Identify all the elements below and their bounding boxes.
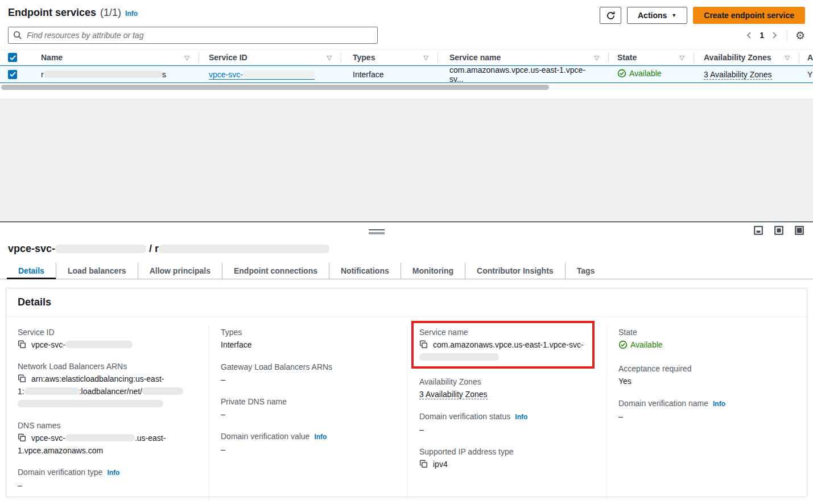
empty-background [0, 98, 813, 221]
row-checkbox[interactable] [8, 70, 17, 79]
field-domain-verification-status: Domain verification statusInfo – [419, 410, 597, 436]
availability-zones-popover[interactable]: 3 Availability Zones [419, 390, 488, 399]
create-endpoint-service-button[interactable]: Create endpoint service [693, 7, 805, 24]
info-link[interactable]: Info [314, 433, 327, 441]
tab-details[interactable]: Details [7, 263, 56, 279]
cell-service-name: com.amazonaws.vpce.us-east-1.vpce-sv... [438, 65, 609, 84]
tab-monitoring[interactable]: Monitoring [401, 263, 465, 279]
tab-allow-principals[interactable]: Allow principals [138, 263, 222, 279]
details-col-2: Types Interface Gateway Load Balancers A… [209, 326, 408, 501]
redacted-text [243, 71, 315, 78]
table-row[interactable]: rs vpce-svc- Interface com.amazonaws.vpc… [0, 65, 813, 83]
actions-button[interactable]: Actions ▼ [627, 7, 687, 24]
redacted-text [18, 400, 163, 407]
filter-icon[interactable]: ▽ [595, 54, 599, 61]
cell-name: rs [28, 70, 199, 79]
top-bar: Endpoint services (1/1) Info Actions ▼ C… [0, 0, 813, 24]
cell-types: Interface [341, 70, 438, 79]
search-input[interactable] [8, 27, 378, 44]
check-circle-icon [618, 340, 628, 349]
cell-service-id: vpce-svc- [199, 70, 341, 79]
previous-page-icon[interactable] [745, 30, 754, 40]
tab-endpoint-connections[interactable]: Endpoint connections [222, 263, 329, 279]
redacted-text [159, 245, 329, 253]
endpoint-services-table: Name ▽ Service ID ▽ Types ▽ Service name… [0, 49, 813, 83]
field-glb-arns: Gateway Load Balancers ARNs – [221, 361, 398, 386]
field-state: State Available [618, 326, 798, 353]
tab-tags[interactable]: Tags [566, 263, 606, 279]
pager-separator [787, 30, 787, 41]
redacted-text [419, 353, 499, 361]
panel-size-large-icon[interactable] [795, 226, 804, 235]
service-id-link[interactable]: vpce-svc- [209, 70, 315, 80]
settings-gear-icon[interactable]: ⚙ [795, 30, 805, 41]
filter-icon[interactable]: ▽ [185, 54, 189, 61]
details-card: Details Service ID vpce-svc- Network Loa… [6, 288, 807, 497]
filter-icon[interactable]: ▽ [680, 54, 684, 61]
field-service-name: Service name com.amazonaws.vpce.us-east-… [419, 326, 587, 363]
cell-availability-zones: 3 Availability Zones [694, 70, 799, 79]
check-circle-icon [617, 69, 626, 78]
column-header-types[interactable]: Types ▽ [341, 50, 438, 65]
column-header-service-name[interactable]: Service name ▽ [438, 50, 609, 65]
page-number[interactable]: 1 [760, 31, 764, 40]
copy-icon[interactable] [18, 433, 26, 442]
select-all-checkbox[interactable] [8, 53, 17, 62]
details-col-3: Service name com.amazonaws.vpce.us-east-… [408, 326, 607, 501]
tab-contributor-insights[interactable]: Contributor Insights [465, 263, 566, 279]
copy-icon[interactable] [419, 340, 428, 349]
panel-size-medium-icon[interactable] [774, 226, 783, 235]
column-header-availability-zones[interactable]: Availability Zones ▽ [694, 50, 799, 65]
panel-size-small-icon[interactable] [754, 226, 763, 235]
column-header-name[interactable]: Name ▽ [28, 50, 199, 65]
info-link[interactable]: Info [713, 400, 725, 408]
chevron-down-icon: ▼ [671, 13, 676, 18]
field-domain-verification-name: Domain verification nameInfo – [618, 397, 798, 423]
title-group: Endpoint services (1/1) Info [8, 7, 138, 19]
filter-icon[interactable]: ▽ [785, 54, 790, 61]
column-header-state[interactable]: State ▽ [609, 50, 694, 65]
filter-icon[interactable]: ▽ [424, 54, 428, 61]
field-dns-names: DNS names vpce-svc-.us-east- 1.vpce.amaz… [18, 419, 200, 457]
tab-load-balancers[interactable]: Load balancers [56, 263, 138, 279]
details-col-1: Service ID vpce-svc- Network Load Balanc… [6, 326, 209, 501]
cell-state: Available [609, 69, 694, 80]
header-checkbox-cell [0, 53, 28, 62]
redacted-text [24, 387, 79, 395]
page-title: Endpoint services [8, 7, 96, 19]
redacted-text [44, 71, 162, 78]
details-col-4: State Available Acceptance required Yes [607, 326, 807, 501]
table-header-row: Name ▽ Service ID ▽ Types ▽ Service name… [0, 49, 813, 65]
panel-size-controls [754, 226, 804, 235]
split-panel-strip [0, 222, 813, 239]
horizontal-scrollbar [1, 85, 812, 90]
column-header-acceptance[interactable]: A [799, 50, 813, 65]
search-row: 1 ⚙ [0, 26, 813, 44]
next-page-icon[interactable] [770, 30, 779, 40]
info-link[interactable]: Info [107, 469, 119, 477]
panel-drag-handle-icon[interactable] [369, 229, 385, 234]
details-card-heading: Details [18, 296, 795, 308]
field-supported-ip: Supported IP address type ipv4 [419, 445, 597, 470]
info-link[interactable]: Info [515, 413, 527, 421]
header-info-link[interactable]: Info [125, 10, 138, 18]
column-header-service-id[interactable]: Service ID ▽ [199, 50, 341, 65]
copy-icon[interactable] [18, 340, 26, 349]
panel-tabs: Details Load balancers Allow principals … [0, 263, 813, 279]
search-icon [13, 31, 22, 40]
row-checkbox-cell [0, 70, 28, 79]
field-service-id: Service ID vpce-svc- [18, 326, 200, 351]
search-box [8, 27, 378, 44]
pagination: 1 ⚙ [745, 30, 805, 41]
tab-notifications[interactable]: Notifications [329, 263, 401, 279]
copy-icon[interactable] [419, 460, 428, 468]
redacted-text [142, 387, 183, 395]
cell-acceptance: Y [799, 70, 813, 79]
copy-icon[interactable] [18, 374, 26, 383]
availability-zones-popover[interactable]: 3 Availability Zones [704, 70, 772, 80]
header-actions: Actions ▼ Create endpoint service [600, 7, 805, 24]
refresh-button[interactable] [600, 7, 621, 24]
scrollbar-thumb[interactable] [1, 85, 549, 90]
filter-icon[interactable]: ▽ [327, 54, 332, 61]
refresh-icon [606, 11, 616, 20]
